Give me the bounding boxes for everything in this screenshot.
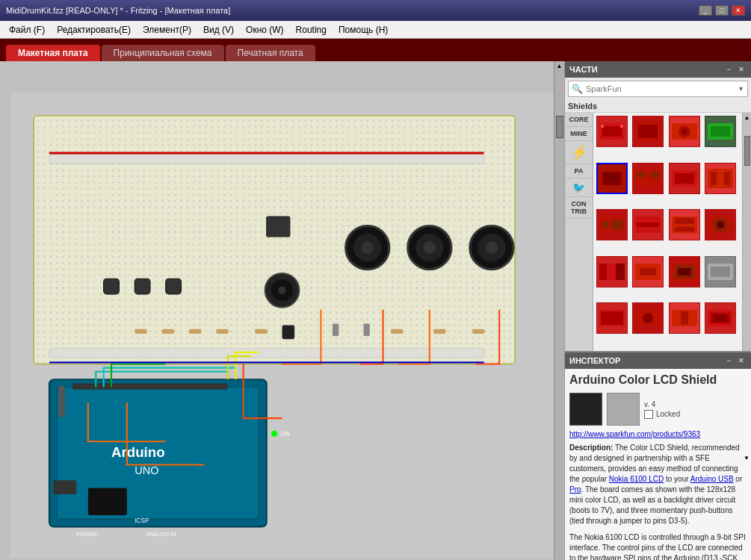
svg-rect-51 [620,125,623,128]
inspector-close-btn[interactable]: ✕ [736,356,747,365]
category-sidebar: CORE MINE ⚡ PA 🐦 CONTRIB [565,113,593,351]
part-item[interactable] [705,256,736,287]
part-item[interactable] [632,209,664,240]
svg-text:ICSP: ICSP [135,517,149,524]
svg-rect-68 [711,172,717,185]
inspector-body: Arduino Color LCD Shield v. 4 Locked htt… [565,369,751,560]
shields-label: Shields [565,100,751,113]
version-info: v. 4 Locked [644,400,680,419]
svg-point-94 [643,313,653,323]
svg-rect-36 [162,329,175,334]
part-item[interactable] [632,256,664,287]
svg-rect-69 [724,172,730,185]
part-item[interactable] [669,302,700,334]
svg-text:UNO: UNO [135,464,158,476]
part-item[interactable] [596,256,628,287]
inspector-minimize-btn[interactable]: − [725,356,733,365]
svg-rect-99 [714,315,727,321]
parts-section: ЧАСТИ − ✕ 🔍 ▼ Shields CORE MINE [565,61,751,352]
part-item[interactable] [669,116,700,147]
inspector-title-label: ИНСПЕКТОР [569,356,620,365]
maximize-button[interactable]: □ [715,5,729,16]
svg-point-71 [602,221,609,228]
part-item[interactable] [632,163,664,194]
menu-view[interactable]: Вид (V) [197,23,240,37]
category-contrib[interactable]: CONTRIB [565,197,593,219]
close-button[interactable]: ✕ [732,5,745,16]
search-dropdown-icon[interactable]: ▼ [738,85,744,93]
nokia-lcd-link[interactable]: Nokia 6100 LCD [609,475,664,483]
menu-file[interactable]: Файл (F) [3,23,51,37]
svg-rect-76 [675,218,694,224]
search-icon: 🔍 [572,84,583,94]
svg-point-10 [271,431,277,437]
locked-checkbox[interactable] [644,410,653,419]
description-text3: or [734,475,743,483]
part-item[interactable] [669,209,700,240]
arduino-usb-link[interactable]: Arduino USB [690,475,734,483]
tabbar: Макетная плата Принципиальная схема Печа… [0,39,751,61]
svg-rect-53 [638,125,658,138]
svg-point-80 [717,221,724,228]
part-item[interactable] [596,302,628,334]
category-bird[interactable]: 🐦 [565,178,593,197]
menu-element[interactable]: Элемент(P) [137,23,197,37]
component-url[interactable]: http://www.sparkfun.com/products/9363 [569,430,747,438]
svg-rect-44 [364,323,370,336]
svg-rect-92 [601,311,623,325]
part-item[interactable] [705,302,736,334]
category-core[interactable]: CORE [565,113,593,127]
svg-text:ANALOG IN: ANALOG IN [146,531,176,538]
svg-rect-61 [605,175,619,182]
menu-edit[interactable]: Редактировать(E) [51,23,137,37]
inspector-header: ИНСПЕКТОР − ✕ [565,352,751,369]
part-item[interactable] [596,209,628,240]
part-item[interactable] [596,116,628,147]
tab-breadboard[interactable]: Макетная плата [6,45,100,61]
parts-vertical-scrollbar[interactable]: ▲ ▼ [742,113,751,351]
parts-close-btn[interactable]: ✕ [736,65,747,74]
category-pa[interactable]: PA [565,164,593,178]
svg-rect-85 [640,268,656,276]
part-item[interactable] [632,302,664,334]
parts-minimize-btn[interactable]: − [725,65,733,74]
parts-body: CORE MINE ⚡ PA 🐦 CONTRIB [565,113,751,351]
part-item[interactable] [632,116,664,147]
vertical-scrollbar[interactable]: ▲ ▼ [554,61,564,560]
part-item-selected[interactable] [596,163,628,194]
svg-rect-37 [189,329,202,334]
breadboard-svg[interactable]: Arduino UNO ON ICSP POWER ANALOG IN [10,61,554,560]
part-item[interactable] [705,163,736,194]
category-io[interactable]: ⚡ [565,141,593,164]
svg-rect-72 [611,220,623,230]
inspector-preview: v. 4 Locked [569,393,747,426]
component-preview-gray [607,393,640,426]
search-input[interactable] [586,84,738,93]
locked-row: Locked [644,410,680,419]
svg-rect-88 [678,268,691,276]
pro-link[interactable]: Pro [569,485,581,494]
category-mine[interactable]: MINE [565,127,593,141]
minimize-button[interactable]: _ [699,5,712,16]
canvas-outer: ▲ ▼ [0,61,564,560]
canvas-area[interactable]: ▲ ▼ [0,61,564,560]
titlebar-text: MidiDrumKit.fzz [READ-ONLY] * - Fritzing… [6,6,230,15]
part-item[interactable] [705,116,736,147]
svg-rect-43 [333,323,339,336]
menu-routing[interactable]: Routing [290,23,333,37]
parts-header: ЧАСТИ − ✕ [565,61,751,78]
tab-pcb[interactable]: Печатная плата [226,45,315,61]
svg-rect-5 [49,349,484,358]
svg-rect-58 [711,126,730,137]
description-bold-label: Description: [569,444,613,452]
menu-help[interactable]: Помощь (H) [333,23,394,37]
svg-rect-96 [681,311,688,325]
tab-schematic[interactable]: Принципиальная схема [102,45,224,61]
locked-label: Locked [656,410,680,418]
part-item[interactable] [669,256,700,287]
svg-rect-40 [391,329,404,334]
part-item[interactable] [669,163,700,194]
svg-rect-20 [135,279,150,294]
part-item[interactable] [705,209,736,240]
menu-window[interactable]: Окно (W) [240,23,290,37]
